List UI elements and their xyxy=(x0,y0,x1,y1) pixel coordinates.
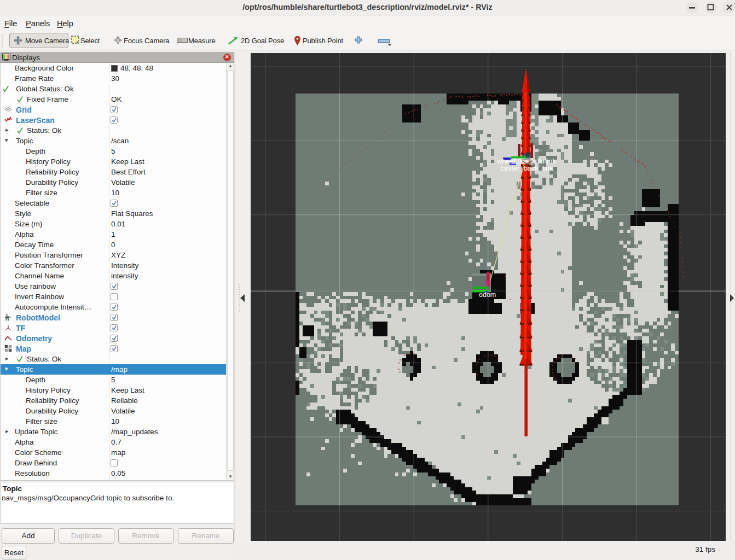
svg-text:odom: odom xyxy=(479,291,496,299)
svg-text:caster_back_link: caster_back_link xyxy=(500,164,553,172)
